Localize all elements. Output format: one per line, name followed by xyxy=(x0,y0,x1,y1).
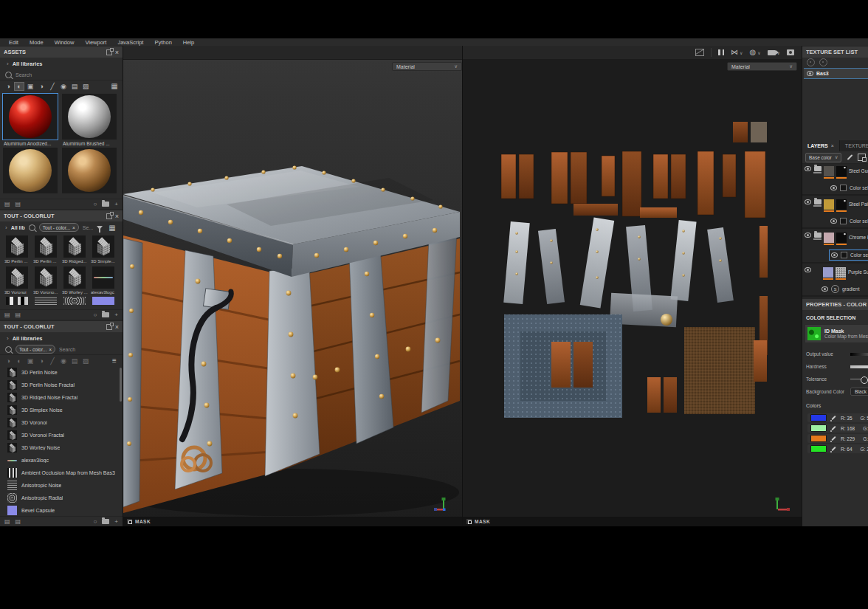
channel-dropdown[interactable]: Base color ∨ xyxy=(805,153,841,162)
scrollbar[interactable] xyxy=(120,368,122,402)
list-item[interactable]: Bevel Capsule xyxy=(0,504,123,517)
eye-icon[interactable] xyxy=(805,166,811,171)
asset-item[interactable]: 3D Worley ... xyxy=(61,266,89,297)
effect-thumbnail[interactable] xyxy=(841,252,847,258)
asset-item[interactable]: 3D Simple... xyxy=(89,235,117,266)
eye-icon[interactable] xyxy=(830,219,837,224)
procedurals-filter-icon[interactable]: ▤ xyxy=(69,357,80,365)
color-swatch[interactable] xyxy=(810,414,827,422)
color-row[interactable]: R: 35 G: 56 xyxy=(807,413,868,422)
close-icon[interactable]: × xyxy=(115,49,119,55)
list-item[interactable]: 3D Worley Noise xyxy=(0,441,123,454)
hardness-slider[interactable] xyxy=(850,365,868,368)
layer-effect-row[interactable]: S gradient xyxy=(820,284,868,294)
screenshot-icon[interactable] xyxy=(787,49,794,55)
material-thumbnail[interactable]: Aluminium Anodized... xyxy=(3,94,59,146)
asset-item[interactable]: alexav3logc xyxy=(89,266,117,297)
filter-icon[interactable] xyxy=(97,226,103,230)
folder-icon[interactable] xyxy=(102,202,109,207)
list-item[interactable]: 3D Voronoi xyxy=(0,416,123,429)
list-item[interactable]: Ambient Occlusion Map from Mesh Bas3 xyxy=(0,467,123,479)
chevron-right-icon[interactable]: › xyxy=(5,224,7,231)
close-icon[interactable]: × xyxy=(115,213,119,219)
asset-item[interactable] xyxy=(35,297,57,305)
layer-effect-row[interactable]: Color sel... xyxy=(829,183,868,193)
eye-icon[interactable] xyxy=(805,267,811,272)
add-icon[interactable]: + xyxy=(114,201,118,207)
effect-thumbnail[interactable] xyxy=(840,218,847,224)
generator-icon[interactable]: S xyxy=(831,285,839,293)
list-item[interactable]: alexav3logc xyxy=(0,454,123,467)
folder-icon[interactable] xyxy=(102,519,109,524)
grid-view-icon[interactable]: ▦ xyxy=(109,82,120,91)
filters-filter-icon[interactable]: ◑ xyxy=(36,82,46,91)
pick-layer-icon[interactable] xyxy=(846,154,853,161)
layer-mask-thumbnail[interactable] xyxy=(836,199,847,210)
texture-set-row[interactable]: Bas3 xyxy=(804,68,868,79)
asset-item[interactable]: 3D Voronoi xyxy=(3,266,31,297)
refresh-icon[interactable]: ○ xyxy=(93,312,97,318)
viewport-separator[interactable] xyxy=(462,46,463,526)
tolerance-slider[interactable] xyxy=(850,379,868,379)
eye-icon[interactable] xyxy=(830,185,837,190)
particles-filter-icon[interactable]: ◉ xyxy=(58,357,69,365)
materials-filter-icon[interactable]: ◑ xyxy=(3,357,13,365)
smart-masks-filter-icon[interactable]: ▣ xyxy=(25,82,35,91)
list-item[interactable]: 3D Perlin Noise xyxy=(0,366,123,379)
layer-content-thumbnail[interactable] xyxy=(824,199,834,210)
shader-mode-dropdown[interactable]: Material ∨ xyxy=(727,62,797,71)
eye-icon[interactable] xyxy=(805,233,811,238)
slider-knob[interactable] xyxy=(861,376,868,384)
instantiate-icon[interactable] xyxy=(858,154,866,161)
brushes-filter-icon[interactable]: ╱ xyxy=(47,357,58,365)
menu-edit[interactable]: Edit xyxy=(9,39,18,46)
assets-libraries-row[interactable]: › All libraries xyxy=(0,58,123,69)
menu-window[interactable]: Window xyxy=(55,39,75,46)
list-item[interactable]: Anisotropic Radial xyxy=(0,492,123,504)
color-row[interactable]: R: 229 G: 120 xyxy=(807,434,868,443)
material-thumbnail[interactable] xyxy=(3,148,59,195)
eyedropper-icon[interactable] xyxy=(830,436,837,442)
search-row[interactable]: Tout - color... × Search xyxy=(0,344,123,355)
color-swatch[interactable] xyxy=(810,424,827,432)
textures-filter-icon[interactable]: ▨ xyxy=(80,82,91,91)
layer-content-thumbnail[interactable] xyxy=(824,233,834,243)
output-value-slider[interactable] xyxy=(850,353,868,356)
layer-content-thumbnail[interactable] xyxy=(824,166,834,176)
tag-close-icon[interactable]: × xyxy=(49,347,52,352)
asset-item[interactable]: 3D Vorono... xyxy=(32,266,60,297)
asset-item[interactable] xyxy=(92,297,114,305)
eye-icon[interactable] xyxy=(822,286,828,292)
menu-javascript[interactable]: JavaScript xyxy=(117,39,143,46)
shader-mode-dropdown[interactable]: Material ∨ xyxy=(392,62,462,71)
filters-filter-icon[interactable]: ◑ xyxy=(36,357,46,365)
libraries-label[interactable]: All lib xyxy=(11,225,25,230)
grid-view-icon[interactable]: ▦ xyxy=(107,223,117,232)
dock-separator[interactable] xyxy=(123,46,123,526)
layer-row[interactable]: Chrome Blue T xyxy=(802,230,868,250)
shelf-icon[interactable]: ▤ xyxy=(4,518,10,525)
textures-filter-icon[interactable]: ▨ xyxy=(80,357,91,365)
asset-item[interactable]: 3D Perlin ... xyxy=(3,235,31,266)
list-item[interactable]: 3D Simplex Noise xyxy=(0,404,123,416)
eye-icon[interactable] xyxy=(831,252,838,258)
shelf-icon[interactable]: ▤ xyxy=(4,201,10,207)
procedurals-filter-icon[interactable]: ▤ xyxy=(69,82,80,91)
libraries-row[interactable]: › All libraries xyxy=(0,332,123,344)
eyedropper-icon[interactable] xyxy=(830,415,837,422)
layer-row[interactable]: Purple Surface xyxy=(802,265,868,284)
mask-icon[interactable] xyxy=(127,519,132,524)
shelf-add-icon[interactable]: ▤ xyxy=(16,201,21,207)
list-item[interactable]: 3D Voronoi Fractal xyxy=(0,429,123,441)
eye-icon[interactable] xyxy=(805,199,811,204)
folder-icon[interactable] xyxy=(814,233,822,238)
layer-row[interactable]: Steel Gun Matt xyxy=(802,164,868,183)
eyedropper-icon[interactable] xyxy=(830,425,837,432)
search-tag-chip[interactable]: Tout - color... × xyxy=(16,345,55,354)
tab-layers[interactable]: LAYERS × xyxy=(802,140,839,151)
material-thumbnail[interactable] xyxy=(62,148,118,195)
viewport-2d[interactable]: Material ∨ MASK xyxy=(463,60,802,526)
refresh-icon[interactable]: ○ xyxy=(93,518,97,525)
tag-close-icon[interactable]: × xyxy=(72,225,75,230)
show-all-icon[interactable] xyxy=(807,58,815,66)
